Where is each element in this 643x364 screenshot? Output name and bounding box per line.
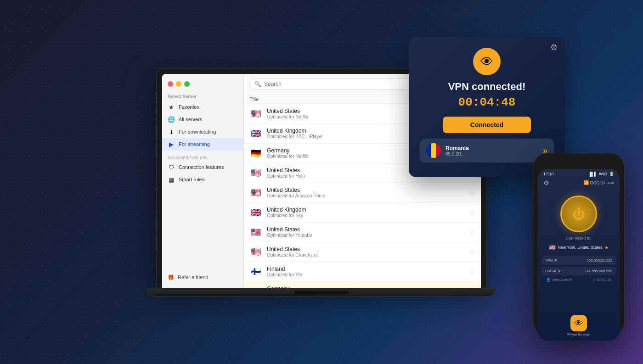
phone-screen: 17:10 ▐▌▌ WiFi 🔋 ⚙ 📶 QQQQ-Local ⏻ [538, 169, 620, 341]
minimize-button[interactable] [176, 81, 181, 87]
server-row-fi-yle[interactable]: 🇫🇮 Finland Optimized for Yle ☆ [244, 262, 481, 282]
location-name: Romania [446, 145, 538, 151]
connect-button[interactable]: Connected [443, 117, 531, 133]
us-flag-4: 🇺🇸 [249, 226, 262, 239]
sidebar-item-refer-friend[interactable]: 🎁 Refer a friend [162, 271, 243, 284]
server-sub-uk-sky: Optimized for Sky [267, 213, 465, 218]
globe-icon: 🌐 [168, 116, 175, 123]
phone-time: 17:10 [543, 172, 554, 176]
server-sub-us-crunchyroll: Optimized for Crunchyroll [267, 252, 465, 258]
settings-icon[interactable]: ⚙ [550, 42, 558, 52]
server-name-uk-sky: United Kingdom [267, 207, 465, 213]
phone-vpn-ip-row: VPN IP: 555.555.55.555 [541, 256, 616, 265]
server-name-us-crunchyroll: United States [267, 246, 465, 252]
advanced-features-label: Advanced Features [162, 152, 243, 161]
server-name-de-youtube: Germany [267, 286, 465, 288]
sidebar-item-smart-rules[interactable]: ▦ Smart rules [162, 174, 243, 186]
session-time: ⏱ 00:01:15 [592, 278, 611, 282]
maximize-button[interactable] [184, 81, 190, 87]
us-flag-5: 🇺🇸 [249, 246, 262, 258]
local-ip-label: LOCAL IP: [545, 269, 563, 273]
us-flag-2: 🇺🇸 [249, 167, 262, 179]
clock-icon: ⏱ [592, 278, 596, 282]
server-info-us-amazon: United States Optimized for Amazon Prime [267, 187, 465, 198]
de-flag-2: 🇩🇪 [249, 285, 262, 288]
phone-gear-icon[interactable]: ⚙ [543, 179, 549, 186]
gift-icon: 🎁 [168, 274, 174, 280]
favorite-star-6[interactable]: ☆ [469, 209, 475, 216]
server-sub-fi-yle: Optimized for Yle [267, 272, 465, 277]
sidebar-item-streaming[interactable]: ▶ For streaming [162, 138, 243, 151]
phone-local-ip-row: LOCAL IP: 141.555.888.555 [541, 267, 616, 275]
wifi-signal-icon: 📶 [584, 180, 589, 185]
phone-app-icon[interactable]: 👁 [570, 315, 587, 331]
wifi-icon: WiFi [599, 172, 607, 176]
us-flag-3: 🇺🇸 [249, 186, 262, 199]
advanced-features-section: Advanced Features 🛡 Connection features … [162, 152, 243, 186]
phone-header: ⚙ 📶 QQQQ-Local [538, 177, 620, 188]
search-icon: 🔍 [254, 81, 261, 87]
server-info-uk-sky: United Kingdom Optimized for Sky [267, 207, 465, 218]
download-icon: ⬇ [168, 129, 175, 135]
phone-app-label: Private Browser [567, 333, 590, 336]
phone-connected-to-label: Connected to: [538, 236, 620, 241]
us-flag-1: 🇺🇸 [249, 107, 262, 120]
favorite-star-5[interactable]: ☆ [469, 189, 475, 196]
de-flag-1: 🇩🇪 [249, 147, 262, 160]
server-row-us-youtube[interactable]: 🇺🇸 United States Optimized for Youtube ☆ [244, 223, 481, 242]
sidebar: Select Server ★ Favorites 🌐 All servers … [162, 74, 244, 288]
server-row-us-amazon[interactable]: 🇺🇸 United States Optimized for Amazon Pr… [244, 183, 481, 203]
vpn-timer: 00:04:48 [458, 95, 516, 109]
favorite-star-9[interactable]: ☆ [469, 268, 475, 275]
location-ip: 85.9.20... [446, 151, 538, 157]
star-icon: ★ [168, 104, 175, 111]
phone-device: 17:10 ▐▌▌ WiFi 🔋 ⚙ 📶 QQQQ-Local ⏻ [533, 153, 625, 336]
shield-icon: 🛡 [168, 164, 175, 171]
phone-location-text: New York, United States [558, 245, 602, 250]
server-sub-us-youtube: Optimized for Youtube [267, 233, 465, 238]
phone-wifi-label: 📶 QQQQ-Local [584, 180, 614, 185]
phone-star-icon: ★ [604, 245, 609, 250]
vpn-connected-text: VPN connected! [448, 81, 526, 93]
phone-notch [563, 158, 595, 167]
server-sub-us-amazon: Optimized for Amazon Prime [267, 193, 465, 198]
fi-flag: 🇫🇮 [249, 265, 262, 278]
romania-flag [426, 143, 441, 158]
protocol-icon: 👤 [546, 278, 551, 282]
favorite-star-8[interactable]: ☆ [469, 248, 475, 256]
phone-vpn-info-row: 👤 WireGuard® ⏱ 00:01:15 [541, 277, 616, 283]
laptop-base [147, 288, 496, 297]
server-row-uk-sky[interactable]: 🇬🇧 United Kingdom Optimized for Sky ☆ [244, 203, 481, 223]
signal-icon: ▐▌▌ [588, 172, 597, 176]
close-button[interactable] [168, 81, 173, 87]
ny-flag-icon: 🇺🇸 [549, 244, 556, 251]
phone-footer: 👁 Private Browser [538, 315, 620, 341]
server-name-us-youtube: United States [267, 226, 465, 233]
sidebar-item-favorites[interactable]: ★ Favorites [162, 101, 243, 113]
sidebar-spacer [162, 186, 243, 271]
uk-flag-1: 🇬🇧 [249, 127, 262, 140]
play-icon: ▶ [168, 141, 175, 148]
uk-flag-2: 🇬🇧 [249, 206, 262, 219]
power-icon: ⏻ [572, 207, 585, 222]
phone-status-bar: 17:10 ▐▌▌ WiFi 🔋 [538, 169, 620, 177]
sidebar-item-downloading[interactable]: ⬇ For downloading [162, 126, 243, 138]
vpn-ip-label: VPN IP: [545, 258, 558, 263]
server-info-us-crunchyroll: United States Optimized for Crunchyroll [267, 246, 465, 258]
favorite-star-7[interactable]: ☆ [469, 229, 475, 236]
server-row-de-youtube[interactable]: 🇩🇪 Germany Optimized for Youtube ☆ [244, 282, 481, 288]
grid-icon: ▦ [168, 176, 175, 183]
sidebar-item-all-servers[interactable]: 🌐 All servers [162, 113, 243, 126]
phone-power-button[interactable]: ⏻ [560, 196, 597, 232]
protocol-label: 👤 WireGuard® [546, 278, 572, 282]
server-info-de-youtube: Germany Optimized for Youtube [267, 286, 465, 288]
window-controls [162, 78, 243, 92]
vpn-ip-value: 555.555.55.555 [587, 258, 612, 263]
ro-red [436, 143, 441, 158]
ro-yellow [431, 143, 436, 158]
server-name-fi-yle: Finland [267, 266, 465, 272]
location-info: Romania 85.9.20... [446, 145, 538, 157]
server-row-us-crunchyroll[interactable]: 🇺🇸 United States Optimized for Crunchyro… [244, 242, 481, 262]
sidebar-item-connection-features[interactable]: 🛡 Connection features [162, 161, 243, 174]
server-info-us-youtube: United States Optimized for Youtube [267, 226, 465, 238]
